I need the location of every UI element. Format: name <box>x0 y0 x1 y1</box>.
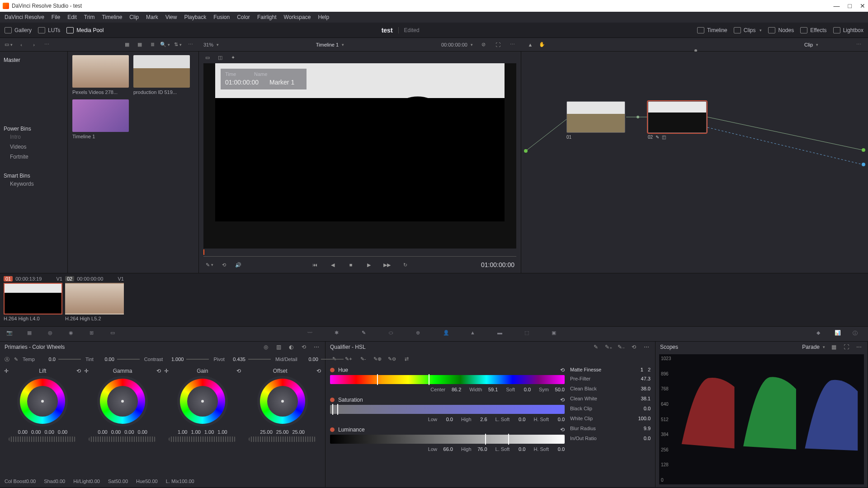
close-icon[interactable]: ✕ <box>860 2 865 9</box>
pool-clip[interactable]: Pexels Videos 278... <box>72 55 129 95</box>
lift-pick-icon[interactable]: ✛ <box>4 368 9 374</box>
tint-value[interactable]: 0.00 <box>96 357 114 362</box>
lift-jog[interactable] <box>9 436 76 442</box>
sat-reset-icon[interactable]: ⟲ <box>560 397 565 403</box>
strip-clip-02[interactable]: 0200:00:00:00V1 H.264 High L5.2 <box>65 276 124 321</box>
clip-dropdown[interactable]: Clip <box>804 42 818 47</box>
menu-resolve[interactable]: DaVinci Resolve <box>5 14 44 20</box>
panel-options-icon[interactable]: ⋯ <box>312 343 321 351</box>
power-bins-header[interactable]: Power Bins <box>4 126 64 132</box>
viewer-options-icon[interactable]: ⋯ <box>508 41 516 48</box>
qual-options-icon[interactable]: ⋯ <box>642 343 651 351</box>
gamma-jog[interactable] <box>89 436 156 442</box>
effects-tab[interactable]: Effects <box>800 27 826 33</box>
node-01[interactable]: 01 <box>566 101 630 140</box>
lift-wheel[interactable]: ✛Lift⟲ 0.000.000.000.00 <box>4 368 81 475</box>
motion-icon[interactable]: ▭ <box>110 330 119 338</box>
more-icon[interactable]: ⋯ <box>42 41 51 48</box>
smart-bins-header[interactable]: Smart Bins <box>4 173 64 179</box>
warper-icon[interactable]: ✱ <box>335 330 344 338</box>
magic-mask-icon[interactable]: 👤 <box>443 330 452 338</box>
bin-view-icon[interactable]: ▭ <box>5 41 13 48</box>
gain-wheel[interactable]: ✛Gain⟲ 1.001.001.001.00 <box>164 368 241 475</box>
scopes-toggle-icon[interactable]: 📊 <box>835 330 844 338</box>
timeline-tab[interactable]: Timeline <box>697 27 727 33</box>
node-02[interactable]: 02✎◫ <box>648 101 711 140</box>
bypass-icon[interactable]: ⊘ <box>479 41 487 48</box>
next-frame-icon[interactable]: ▶▶ <box>383 261 391 268</box>
pool-options-icon[interactable]: ⋯ <box>186 41 194 48</box>
maximize-icon[interactable]: □ <box>848 2 852 9</box>
sort-icon[interactable]: ⇅ <box>174 41 182 48</box>
scopes-mode-dropdown[interactable]: Parade <box>802 344 825 350</box>
menu-help[interactable]: Help <box>318 14 329 20</box>
contrast-value[interactable]: 1.000 <box>165 357 184 362</box>
sat-strip[interactable] <box>330 405 565 414</box>
bin-fortnite[interactable]: Fortnite <box>4 152 64 162</box>
sizing-icon[interactable]: ⬚ <box>524 330 533 338</box>
bars-mode-icon[interactable]: ▥ <box>274 343 283 351</box>
tracker-icon[interactable]: ⊕ <box>416 330 425 338</box>
pointer-icon[interactable]: ▲ <box>526 41 534 48</box>
unmix-icon[interactable]: ⟲ <box>220 261 228 268</box>
graph-output-port[interactable] <box>862 148 865 152</box>
mid-value[interactable]: 0.00 <box>300 357 318 362</box>
eyedropper-icon[interactable]: ✎ <box>205 261 213 268</box>
hand-icon[interactable]: ✋ <box>538 41 546 48</box>
node-options-icon[interactable]: ⋯ <box>854 41 863 48</box>
picker-add-icon[interactable]: ✎₊ <box>604 343 613 351</box>
menu-color[interactable]: Color <box>237 14 250 20</box>
prev-frame-icon[interactable]: ◀ <box>329 261 337 268</box>
lum-strip[interactable] <box>330 435 565 444</box>
menu-file[interactable]: File <box>52 14 60 20</box>
pivot-value[interactable]: 0.435 <box>227 357 245 362</box>
search-icon[interactable]: 🔍 <box>161 41 169 48</box>
bin-intro[interactable]: Intro <box>4 132 64 142</box>
bin-master[interactable]: Master <box>4 54 64 68</box>
pool-clip[interactable]: production ID 519... <box>133 55 190 95</box>
offset-jog[interactable] <box>249 436 316 442</box>
hdr-icon[interactable]: ◉ <box>69 330 78 338</box>
pick-white-icon[interactable]: ✎ <box>14 356 18 363</box>
list-view-icon[interactable]: ≣ <box>148 41 156 48</box>
nodes-tab[interactable]: Nodes <box>768 27 794 33</box>
menu-trim[interactable]: Trim <box>84 14 95 20</box>
zoom-dropdown[interactable]: 31% <box>203 42 219 47</box>
hue-toggle[interactable] <box>330 368 335 372</box>
menu-playback[interactable]: Playback <box>184 14 206 20</box>
bin-videos[interactable]: Videos <box>4 142 64 152</box>
menu-fusion[interactable]: Fusion <box>213 14 230 20</box>
menu-clip[interactable]: Clip <box>129 14 139 20</box>
clips-tab[interactable]: Clips <box>734 27 762 33</box>
curves-icon[interactable]: 〰 <box>307 330 316 338</box>
mute-icon[interactable]: 🔊 <box>234 261 242 268</box>
eyedrop-plus-icon[interactable]: ✎+ <box>344 355 353 362</box>
timeline-dropdown[interactable]: Timeline 1 <box>316 42 344 47</box>
3d-icon[interactable]: ▣ <box>552 330 561 338</box>
thumb-view-icon[interactable]: ▦ <box>123 41 131 48</box>
invert-icon[interactable]: ⇄ <box>402 355 410 362</box>
lum-reset-icon[interactable]: ⟲ <box>560 427 565 433</box>
minimize-icon[interactable]: — <box>834 2 840 9</box>
lightbox-tab[interactable]: Lightbox <box>833 27 863 33</box>
nav-back-icon[interactable]: ‹ <box>17 41 25 48</box>
sat-toggle[interactable] <box>330 398 335 402</box>
stop-icon[interactable]: ■ <box>347 261 355 268</box>
highlight-mode-icon[interactable]: ▭ <box>203 54 212 61</box>
bin-keywords[interactable]: Keywords <box>4 179 64 189</box>
gain-reset-icon[interactable]: ⟲ <box>236 368 241 374</box>
split-mode-icon[interactable]: ◫ <box>216 54 224 61</box>
qualifier-icon[interactable]: ✎ <box>362 330 371 338</box>
info-icon[interactable]: ⓘ <box>853 330 862 338</box>
menu-workspace[interactable]: Workspace <box>284 14 311 20</box>
media-pool-tab[interactable]: Media Pool <box>66 27 104 33</box>
reset-icon[interactable]: ⟲ <box>300 343 308 351</box>
key-icon[interactable]: ▬ <box>497 330 506 338</box>
qual-reset-icon[interactable]: ⟲ <box>630 343 638 351</box>
scopes-expand-icon[interactable]: ⛶ <box>842 343 850 351</box>
gamma-wheel[interactable]: ✛Gamma⟲ 0.000.000.000.00 <box>84 368 161 475</box>
eyedrop-soft-minus-icon[interactable]: ✎⊖ <box>388 355 396 362</box>
eyedrop-minus-icon[interactable]: ✎- <box>359 355 367 362</box>
viewer-canvas[interactable]: TimeName 01:00:00:00Marker 1 <box>203 63 516 249</box>
scopes-layout-icon[interactable]: ▦ <box>830 343 838 351</box>
